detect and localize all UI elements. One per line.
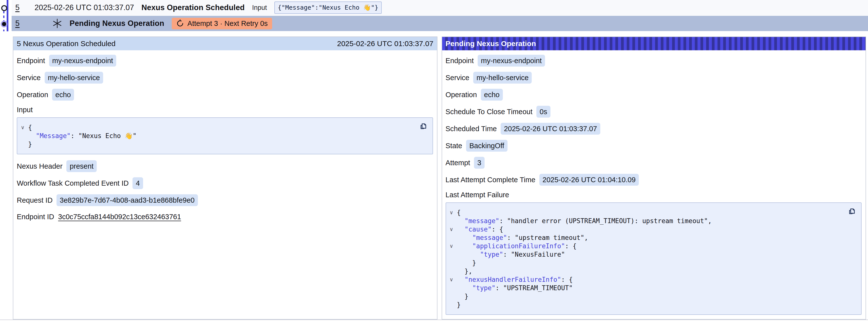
- field-scheduled-time: Scheduled Time 2025-02-26 UTC 01:03:37.0…: [445, 123, 862, 135]
- event-rows: 5 2025-02-26 UTC 01:03:37.07 Nexus Opera…: [11, 0, 868, 31]
- collapse-chevron-icon[interactable]: ∨: [17, 123, 28, 132]
- pending-panel-title: Pending Nexus Operation: [445, 39, 536, 48]
- workflow-history-screen: 5 2025-02-26 UTC 01:03:37.07 Nexus Opera…: [0, 0, 868, 322]
- code-text: "nexusHandlerFailureInfo": {: [457, 276, 573, 284]
- code-text: {: [28, 123, 32, 132]
- code-line: "message": "upstream timeout",: [446, 233, 846, 242]
- input-section-label: Input: [17, 106, 433, 114]
- code-text: "message": "upstream timeout",: [457, 233, 588, 242]
- field-state: State BackingOff: [445, 140, 862, 152]
- retry-status-badge: Attempt 3 · Next Retry 0s: [172, 18, 272, 29]
- event-id-link[interactable]: 5: [15, 3, 27, 12]
- left-panel-timestamp: 2025-02-26 UTC 01:03:37.07: [337, 39, 433, 48]
- code-text: "applicationFailureInfo": {: [457, 242, 577, 250]
- code-gutter: [446, 259, 457, 267]
- code-line: }: [446, 259, 846, 267]
- copy-icon: [419, 122, 428, 131]
- copy-icon: [847, 207, 857, 216]
- event-row-nexus-operation-scheduled[interactable]: 5 2025-02-26 UTC 01:03:37.07 Nexus Opera…: [11, 0, 868, 15]
- code-gutter: [17, 140, 28, 149]
- event-detail-panels: 5 Nexus Operation Scheduled 2025-02-26 U…: [13, 36, 866, 320]
- field-service: Service my-hello-service: [17, 72, 433, 84]
- code-gutter: [446, 217, 457, 225]
- field-endpoint-id: Endpoint ID 3c0c75ccfa8144b092c13ce63246…: [17, 211, 433, 222]
- code-text: {: [457, 208, 461, 217]
- field-label: Operation: [445, 91, 477, 99]
- field-endpoint: Endpoint my-nexus-endpoint: [445, 55, 862, 67]
- field-label: Request ID: [17, 196, 53, 204]
- event-row-pending-nexus-operation[interactable]: 5 Pending Nexus Operation Attempt 3 · Ne…: [11, 16, 868, 31]
- field-value-badge: my-nexus-endpoint: [478, 55, 545, 67]
- code-text: }: [457, 300, 461, 309]
- copy-button[interactable]: [419, 122, 428, 131]
- code-text: },: [457, 267, 472, 276]
- collapse-chevron-icon[interactable]: ∨: [446, 242, 457, 250]
- field-operation: Operation echo: [445, 89, 862, 101]
- code-text: }: [28, 140, 32, 149]
- field-label: Service: [445, 74, 469, 82]
- field-value-badge: my-hello-service: [473, 72, 532, 84]
- code-gutter: [446, 300, 457, 309]
- field-label: Scheduled Time: [445, 125, 497, 133]
- collapse-chevron-icon[interactable]: ∨: [446, 208, 457, 217]
- code-line: ∨ "nexusHandlerFailureInfo": {: [446, 276, 846, 284]
- field-label: Service: [17, 74, 41, 82]
- field-request-id: Request ID 3e829b7e-7d67-4b08-aad3-b1e86…: [17, 194, 433, 206]
- endpoint-id-link[interactable]: 3c0c75ccfa8144b092c13ce632463761: [58, 213, 181, 221]
- field-value-badge: my-nexus-endpoint: [49, 55, 117, 67]
- nexus-operation-scheduled-panel: 5 Nexus Operation Scheduled 2025-02-26 U…: [13, 36, 437, 320]
- code-line: "message": "handler error (UPSTREAM_TIME…: [446, 217, 846, 225]
- pending-nexus-operation-panel: Pending Nexus Operation Endpoint my-nexu…: [442, 36, 866, 320]
- code-gutter: [446, 233, 457, 242]
- field-service: Service my-hello-service: [445, 72, 862, 84]
- field-label: Endpoint ID: [17, 213, 54, 221]
- event-input-preview-chip: {"Message":"Nexus Echo 👋"}: [274, 1, 382, 14]
- left-panel-header: 5 Nexus Operation Scheduled 2025-02-26 U…: [13, 37, 437, 50]
- code-line: }: [17, 140, 418, 149]
- field-label: Nexus Header: [17, 162, 62, 170]
- event-node-open-icon[interactable]: [1, 5, 7, 11]
- field-operation: Operation echo: [17, 89, 433, 101]
- field-schedule-to-close-timeout: Schedule To Close Timeout 0s: [445, 106, 862, 118]
- event-input-label: Input: [252, 4, 267, 11]
- event-title: Pending Nexus Operation: [69, 19, 164, 28]
- field-label: Last Attempt Complete Time: [445, 176, 535, 184]
- retry-icon: [176, 20, 184, 27]
- code-gutter: [446, 292, 457, 300]
- field-workflow-task-completed-event-id: Workflow Task Completed Event ID 4: [17, 177, 433, 189]
- code-text: }: [457, 292, 469, 300]
- retry-badge-label: Attempt 3 · Next Retry 0s: [187, 20, 268, 28]
- code-line: ∨{: [17, 123, 418, 132]
- field-value-badge: echo: [481, 89, 503, 101]
- event-timestamp: 2025-02-26 UTC 01:03:37.07: [35, 3, 134, 12]
- code-text: "cause": {: [457, 225, 503, 233]
- last-attempt-failure-json-viewer: ∨{ "message": "handler error (UPSTREAM_T…: [445, 202, 862, 315]
- code-line: },: [446, 267, 846, 276]
- field-value-badge: 3: [474, 157, 484, 169]
- field-value-badge: echo: [52, 89, 74, 101]
- code-line: }: [446, 300, 846, 309]
- field-value-badge: BackingOff: [466, 140, 507, 152]
- event-id-link[interactable]: 5: [15, 19, 27, 28]
- code-text: "Message": "Nexus Echo 👋": [28, 132, 136, 140]
- collapse-chevron-icon[interactable]: ∨: [446, 225, 457, 233]
- code-line: "Message": "Nexus Echo 👋": [17, 132, 418, 140]
- code-line: ∨{: [446, 208, 846, 217]
- code-gutter: [446, 267, 457, 276]
- copy-button[interactable]: [847, 207, 857, 216]
- field-value-badge: my-hello-service: [45, 72, 103, 84]
- code-text: "type": "NexusFailure": [457, 250, 565, 259]
- pending-asterisk-icon: [52, 19, 62, 28]
- code-text: }: [457, 259, 476, 267]
- left-panel-title: 5 Nexus Operation Scheduled: [17, 39, 116, 48]
- code-line: }: [446, 292, 846, 300]
- field-label: Attempt: [445, 159, 470, 167]
- pending-panel-header: Pending Nexus Operation: [442, 37, 866, 50]
- row-bottom-divider: [0, 320, 868, 320]
- collapse-chevron-icon[interactable]: ∨: [446, 276, 457, 284]
- code-gutter: [17, 132, 28, 140]
- field-label: Workflow Task Completed Event ID: [17, 179, 128, 187]
- timeline-dashed-line: [3, 11, 4, 31]
- event-node-filled-icon[interactable]: [2, 22, 6, 26]
- event-title: Nexus Operation Scheduled: [142, 3, 245, 12]
